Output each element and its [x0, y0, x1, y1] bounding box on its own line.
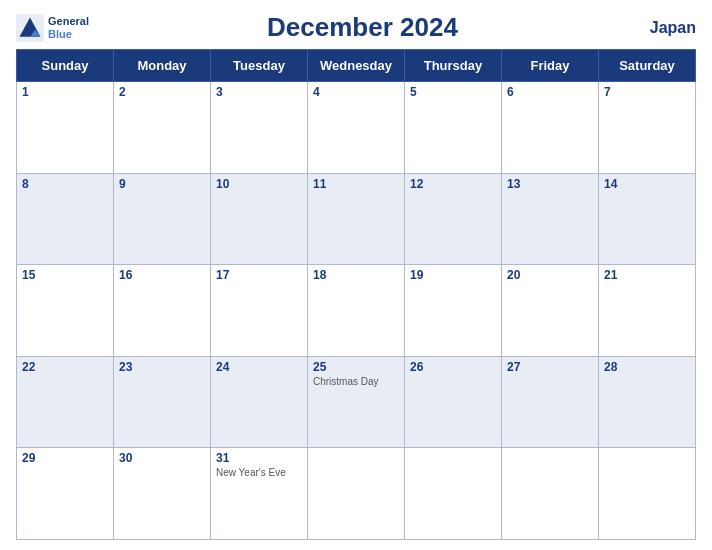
day-number: 18 [313, 268, 399, 282]
calendar-cell: 6 [502, 82, 599, 174]
calendar-table: Sunday Monday Tuesday Wednesday Thursday… [16, 49, 696, 540]
calendar-cell: 3 [211, 82, 308, 174]
day-number: 23 [119, 360, 205, 374]
day-number: 13 [507, 177, 593, 191]
calendar-cell: 2 [114, 82, 211, 174]
calendar-cell: 14 [599, 173, 696, 265]
calendar-cell: 15 [17, 265, 114, 357]
day-number: 28 [604, 360, 690, 374]
calendar-cell: 13 [502, 173, 599, 265]
calendar-cell: 18 [308, 265, 405, 357]
calendar-cell: 29 [17, 448, 114, 540]
logo: General Blue [16, 14, 89, 42]
calendar-cell: 27 [502, 356, 599, 448]
calendar-cell: 25Christmas Day [308, 356, 405, 448]
calendar-cell: 12 [405, 173, 502, 265]
calendar-cell [502, 448, 599, 540]
calendar-page: General Blue December 2024 Japan Sunday … [0, 0, 712, 550]
header-friday: Friday [502, 50, 599, 82]
day-number: 2 [119, 85, 205, 99]
day-number: 24 [216, 360, 302, 374]
calendar-cell: 20 [502, 265, 599, 357]
calendar-cell: 30 [114, 448, 211, 540]
weekday-header-row: Sunday Monday Tuesday Wednesday Thursday… [17, 50, 696, 82]
calendar-header: General Blue December 2024 Japan [16, 12, 696, 43]
day-number: 26 [410, 360, 496, 374]
day-number: 14 [604, 177, 690, 191]
logo-icon [16, 14, 44, 42]
day-number: 29 [22, 451, 108, 465]
calendar-cell: 26 [405, 356, 502, 448]
holiday-label: Christmas Day [313, 376, 399, 387]
holiday-label: New Year's Eve [216, 467, 302, 478]
day-number: 27 [507, 360, 593, 374]
day-number: 8 [22, 177, 108, 191]
calendar-cell: 31New Year's Eve [211, 448, 308, 540]
country-label: Japan [636, 19, 696, 37]
week-row-1: 1234567 [17, 82, 696, 174]
calendar-cell: 5 [405, 82, 502, 174]
day-number: 11 [313, 177, 399, 191]
calendar-cell: 9 [114, 173, 211, 265]
day-number: 20 [507, 268, 593, 282]
calendar-cell [405, 448, 502, 540]
calendar-cell: 1 [17, 82, 114, 174]
calendar-cell [599, 448, 696, 540]
header-tuesday: Tuesday [211, 50, 308, 82]
day-number: 21 [604, 268, 690, 282]
day-number: 9 [119, 177, 205, 191]
day-number: 25 [313, 360, 399, 374]
day-number: 10 [216, 177, 302, 191]
header-thursday: Thursday [405, 50, 502, 82]
calendar-cell: 4 [308, 82, 405, 174]
day-number: 6 [507, 85, 593, 99]
day-number: 22 [22, 360, 108, 374]
logo-text: General Blue [48, 15, 89, 39]
calendar-cell: 17 [211, 265, 308, 357]
header-wednesday: Wednesday [308, 50, 405, 82]
calendar-cell: 16 [114, 265, 211, 357]
calendar-title: December 2024 [89, 12, 636, 43]
week-row-4: 22232425Christmas Day262728 [17, 356, 696, 448]
day-number: 1 [22, 85, 108, 99]
day-number: 17 [216, 268, 302, 282]
calendar-cell: 19 [405, 265, 502, 357]
header-saturday: Saturday [599, 50, 696, 82]
day-number: 5 [410, 85, 496, 99]
calendar-cell: 10 [211, 173, 308, 265]
week-row-2: 891011121314 [17, 173, 696, 265]
calendar-cell: 22 [17, 356, 114, 448]
day-number: 3 [216, 85, 302, 99]
day-number: 4 [313, 85, 399, 99]
day-number: 30 [119, 451, 205, 465]
calendar-cell: 11 [308, 173, 405, 265]
day-number: 7 [604, 85, 690, 99]
header-monday: Monday [114, 50, 211, 82]
calendar-cell: 21 [599, 265, 696, 357]
day-number: 31 [216, 451, 302, 465]
day-number: 19 [410, 268, 496, 282]
header-sunday: Sunday [17, 50, 114, 82]
week-row-5: 293031New Year's Eve [17, 448, 696, 540]
calendar-cell: 7 [599, 82, 696, 174]
day-number: 16 [119, 268, 205, 282]
calendar-cell [308, 448, 405, 540]
calendar-cell: 28 [599, 356, 696, 448]
day-number: 15 [22, 268, 108, 282]
calendar-cell: 8 [17, 173, 114, 265]
calendar-cell: 23 [114, 356, 211, 448]
calendar-cell: 24 [211, 356, 308, 448]
day-number: 12 [410, 177, 496, 191]
week-row-3: 15161718192021 [17, 265, 696, 357]
